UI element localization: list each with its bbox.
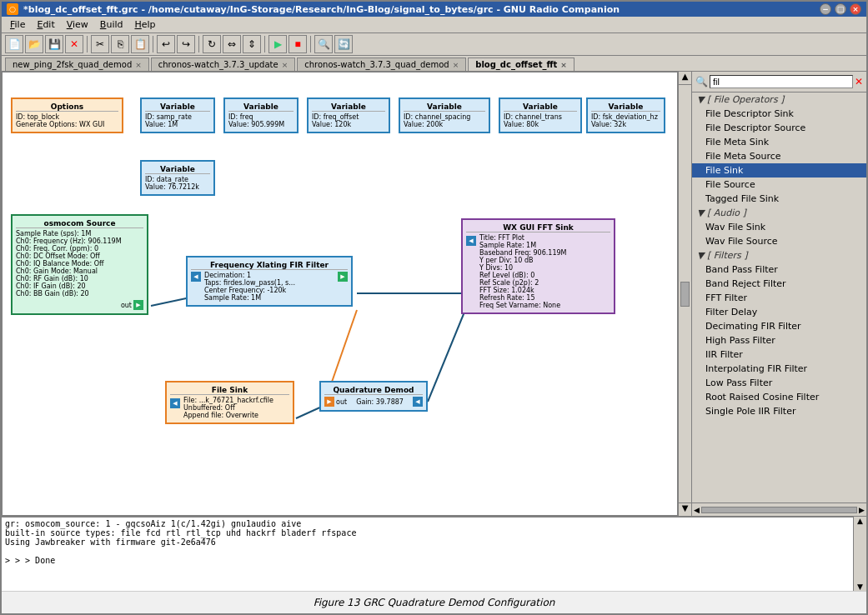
block-var1[interactable]: Variable ID: samp_rate Value: 1M: [140, 98, 215, 133]
sidebar-hscroll-thumb[interactable]: [701, 507, 857, 513]
toolbar-refresh[interactable]: 🔄: [334, 35, 353, 53]
tab-chronos-quad[interactable]: chronos-watch_3.7.3_quad_demod ×: [297, 58, 466, 71]
osmocom-dc: Ch0: DC Offset Mode: Off: [16, 252, 143, 260]
tree-item-fft-filter[interactable]: FFT Filter: [692, 291, 866, 305]
toolbar-find[interactable]: 🔍: [314, 35, 333, 53]
menu-view[interactable]: View: [62, 18, 93, 31]
block-wxgui[interactable]: WX GUI FFT Sink ◀ Title: FFT Plot Sample…: [461, 218, 615, 314]
fir-out-port[interactable]: ▶: [338, 272, 348, 282]
block-osmocom-title: osmocom Source: [16, 219, 143, 228]
block-var6[interactable]: Variable ID: fsk_deviation_hz Value: 32k: [586, 98, 665, 133]
tree-item-file-descriptor-sink[interactable]: File Descriptor Sink: [692, 107, 866, 121]
toolbar-undo[interactable]: ↩: [157, 35, 175, 53]
tree-item-file-sink[interactable]: File Sink: [692, 163, 866, 178]
block-var5[interactable]: Variable ID: channel_trans Value: 80k: [499, 98, 582, 133]
block-var4[interactable]: Variable ID: channel_spacing Value: 200k: [399, 98, 490, 133]
sidebar-search-input[interactable]: [710, 75, 853, 88]
console-scrollbar[interactable]: ▲ ▼: [853, 517, 866, 591]
canvas-inner: Options ID: top_block Generate Options: …: [3, 72, 678, 516]
console-scroll-up[interactable]: ▲: [854, 517, 866, 525]
sidebar-scroll-right[interactable]: ▶: [859, 506, 865, 514]
canvas-scrollbar[interactable]: ▲ ▼: [678, 72, 691, 516]
console-scroll-down[interactable]: ▼: [854, 582, 866, 591]
scroll-down[interactable]: ▼: [679, 502, 691, 516]
tree-item-interpolating-fir-filter[interactable]: Interpolating FIR Filter: [692, 362, 866, 376]
tree-item-wav-file-sink[interactable]: Wav File Sink: [692, 220, 866, 234]
block-fir[interactable]: Frequency Xlating FIR Filter ◀ Decimatio…: [186, 256, 353, 307]
tree-item-filter-delay[interactable]: Filter Delay: [692, 305, 866, 319]
window-title: *blog_dc_offset_fft.grc - /home/cutaway/…: [23, 4, 620, 15]
maximize-button[interactable]: □: [835, 3, 846, 15]
tree-item-file-source[interactable]: File Source: [692, 178, 866, 192]
block-osmocom[interactable]: osmocom Source Sample Rate (sps): 1M Ch0…: [11, 214, 148, 315]
search-icon: 🔍: [695, 76, 708, 88]
menu-build[interactable]: Build: [95, 18, 128, 31]
tab-new-ping[interactable]: new_ping_2fsk_quad_demod ×: [5, 58, 149, 71]
tab-close-2[interactable]: ×: [282, 61, 288, 69]
block-var3[interactable]: Variable ID: freq_offset Value: 120k: [307, 98, 390, 133]
toolbar-paste[interactable]: 📋: [131, 35, 149, 53]
menu-file[interactable]: File: [5, 18, 30, 31]
toolbar-flip-h[interactable]: ⇔: [223, 35, 241, 53]
block-var7[interactable]: Variable ID: data_rate Value: 76.7212k: [140, 160, 215, 196]
toolbar-rotate[interactable]: ↻: [203, 35, 221, 53]
toolbar-run[interactable]: ▶: [268, 35, 287, 53]
tree-item-iir-filter[interactable]: IIR Filter: [692, 348, 866, 362]
tree-item-file-descriptor-source[interactable]: File Descriptor Source: [692, 121, 866, 135]
fir-in-port[interactable]: ◀: [191, 272, 201, 282]
category-file-operators: ▼ [ File Operators ]: [692, 92, 866, 107]
tab-close-4[interactable]: ×: [560, 61, 567, 69]
block-quaddemod[interactable]: Quadrature Demod ▶ out Gain: 39.7887: [319, 381, 428, 412]
toolbar-redo[interactable]: ↪: [177, 35, 195, 53]
minimize-button[interactable]: −: [820, 3, 831, 15]
toolbar-open[interactable]: 📂: [25, 35, 43, 53]
tree-item-decimating-fir-filter[interactable]: Decimating FIR Filter: [692, 319, 866, 333]
toolbar-cut[interactable]: ✂: [91, 35, 109, 53]
console-line-1: gr: osmocom_source: 1 - gqcsoAiz 1(c/1.4…: [5, 519, 850, 528]
quaddemod-gain: Gain: 39.7887: [347, 398, 413, 406]
toolbar-sep1: [87, 36, 88, 52]
close-button[interactable]: ×: [850, 3, 861, 15]
tree-item-band-pass-filter[interactable]: Band Pass Filter: [692, 262, 866, 277]
tab-label: chronos-watch_3.7.3_quad_demod: [304, 60, 449, 69]
tree-item-single-pole-iir[interactable]: Single Pole IIR Filter: [692, 404, 866, 418]
toolbar-flip-v[interactable]: ⇕: [243, 35, 261, 53]
menu-help[interactable]: Help: [129, 18, 160, 31]
tree-item-tagged-file-sink[interactable]: Tagged File Sink: [692, 192, 866, 206]
titlebar-buttons: − □ ×: [820, 3, 861, 15]
menu-edit[interactable]: Edit: [32, 18, 59, 31]
tree-item-wav-file-source[interactable]: Wav File Source: [692, 234, 866, 248]
filesink-in-port[interactable]: ◀: [170, 398, 180, 408]
quaddemod-out-port[interactable]: ▶: [324, 397, 334, 407]
toolbar-stop[interactable]: ■: [288, 35, 307, 53]
osmocom-out-port[interactable]: ▶: [133, 300, 143, 310]
fir-dec: Decimation: 1: [204, 272, 334, 279]
tab-close-1[interactable]: ×: [135, 61, 142, 69]
sidebar-search-bar: 🔍 ✕: [692, 72, 866, 92]
tree-item-file-meta-sink[interactable]: File Meta Sink: [692, 135, 866, 149]
canvas-area[interactable]: Options ID: top_block Generate Options: …: [2, 72, 678, 516]
block-filesink-title: File Sink: [170, 386, 289, 395]
tree-item-file-meta-source[interactable]: File Meta Source: [692, 149, 866, 163]
sidebar-close-btn[interactable]: ✕: [855, 76, 863, 88]
tab-blog-dc[interactable]: blog_dc_offset_fft ×: [468, 58, 574, 71]
toolbar-new[interactable]: 📄: [5, 35, 23, 53]
block-options[interactable]: Options ID: top_block Generate Options: …: [11, 98, 123, 133]
tab-close-3[interactable]: ×: [453, 61, 459, 69]
quaddemod-in-port[interactable]: ◀: [413, 397, 423, 407]
sidebar-scroll-left[interactable]: ◀: [694, 506, 700, 514]
tree-item-low-pass-filter[interactable]: Low Pass Filter: [692, 376, 866, 390]
tree-item-root-raised-cosine[interactable]: Root Raised Cosine Filter: [692, 390, 866, 404]
scroll-up[interactable]: ▲: [679, 72, 691, 85]
block-var2[interactable]: Variable ID: freq Value: 905.999M: [223, 98, 299, 133]
wxgui-in-port[interactable]: ◀: [466, 236, 476, 246]
toolbar-close[interactable]: ✕: [65, 35, 83, 53]
tree-item-band-reject-filter[interactable]: Band Reject Filter: [692, 277, 866, 291]
block-var3-id: ID: freq_offset: [312, 113, 385, 121]
block-filesink[interactable]: File Sink ◀ File: ...k_76721_hackrf.cfil…: [165, 381, 294, 424]
toolbar-copy[interactable]: ⎘: [111, 35, 129, 53]
scroll-thumb[interactable]: [680, 282, 690, 307]
tab-chronos-update[interactable]: chronos-watch_3.7.3_update ×: [151, 58, 295, 71]
toolbar-save[interactable]: 💾: [45, 35, 63, 53]
tree-item-high-pass-filter[interactable]: High Pass Filter: [692, 333, 866, 348]
